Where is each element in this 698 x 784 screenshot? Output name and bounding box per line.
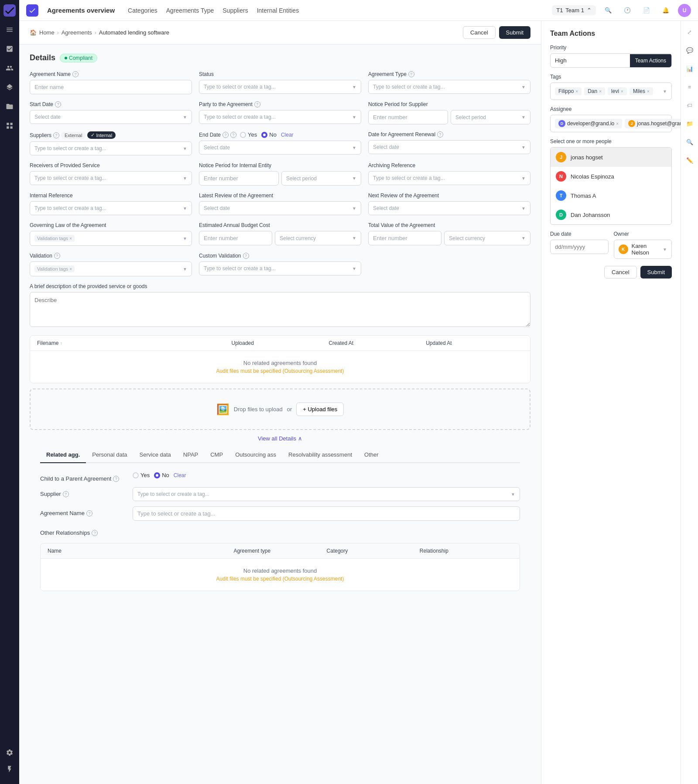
- child-yes[interactable]: Yes: [133, 472, 150, 478]
- tab-other[interactable]: Other: [358, 447, 385, 463]
- agreement-name-help[interactable]: ?: [72, 71, 79, 77]
- priority-selector[interactable]: High Team Actions: [550, 53, 672, 68]
- notice-internal-number[interactable]: [199, 171, 279, 186]
- docs-button[interactable]: 📄: [640, 3, 654, 17]
- breadcrumb-submit-button[interactable]: Submit: [499, 26, 530, 39]
- internal-ref-select[interactable]: Type to select or create a tag... ▼: [30, 201, 192, 215]
- total-value-number[interactable]: [368, 231, 441, 245]
- child-no[interactable]: No: [154, 472, 169, 478]
- due-date-input[interactable]: [550, 240, 609, 254]
- settings-icon[interactable]: [3, 746, 16, 759]
- suppliers-help[interactable]: ?: [53, 132, 59, 138]
- notice-supplier-period[interactable]: Select period ▼: [451, 110, 530, 124]
- person-thomas[interactable]: T Thomas A: [551, 186, 671, 205]
- app-logo[interactable]: [3, 4, 16, 17]
- tag-levi-remove[interactable]: ×: [621, 89, 623, 94]
- external-badge[interactable]: External: [61, 132, 86, 139]
- list-icon[interactable]: ≡: [683, 80, 696, 93]
- agreement-name-input[interactable]: [30, 80, 192, 94]
- edit-icon[interactable]: ✏️: [683, 154, 696, 167]
- start-date-help[interactable]: ?: [55, 101, 61, 107]
- tab-service-data[interactable]: Service data: [133, 447, 177, 463]
- end-date-help2[interactable]: ?: [230, 132, 236, 138]
- governing-law-select[interactable]: Validation tags × ▼: [30, 231, 192, 246]
- notice-internal-period[interactable]: Select period ▼: [281, 171, 361, 186]
- end-date-clear[interactable]: Clear: [281, 132, 294, 138]
- panel-submit-button[interactable]: Submit: [640, 266, 672, 279]
- folder-icon[interactable]: [3, 100, 16, 113]
- upload-button[interactable]: + Upload files: [296, 402, 344, 416]
- related-supplier-select[interactable]: Type to select or create a tag... ▼: [133, 487, 520, 501]
- custom-validation-help[interactable]: ?: [243, 253, 249, 259]
- latest-review-select[interactable]: Select date ▼: [199, 201, 361, 215]
- tag-filippo-remove[interactable]: ×: [575, 89, 578, 94]
- next-review-select[interactable]: Select date ▼: [368, 201, 530, 215]
- clock-button[interactable]: 🕐: [620, 3, 634, 17]
- date-renewal-help[interactable]: ?: [437, 131, 443, 138]
- folder-right-icon[interactable]: 📁: [683, 117, 696, 130]
- end-date-no[interactable]: No: [261, 131, 277, 138]
- custom-validation-select[interactable]: Type to select or create a tag... ▼: [199, 261, 361, 275]
- nav-suppliers[interactable]: Suppliers: [222, 5, 248, 16]
- related-name-input[interactable]: [133, 506, 520, 521]
- panel-cancel-button[interactable]: Cancel: [604, 266, 636, 279]
- view-all-details[interactable]: View all Details ∧: [30, 430, 530, 447]
- agreement-type-help[interactable]: ?: [408, 71, 414, 77]
- nav-internal-entities[interactable]: Internal Entities: [257, 5, 299, 16]
- child-parent-help[interactable]: ?: [113, 476, 119, 482]
- grid-icon[interactable]: [3, 120, 16, 132]
- tab-resolvability[interactable]: Resolvability assessment: [282, 447, 358, 463]
- status-select[interactable]: Type to select or create a tag... ▼: [199, 80, 361, 94]
- party-select[interactable]: Type to select or create a tag... ▼: [199, 110, 361, 124]
- validation-help[interactable]: ?: [54, 253, 60, 259]
- tab-npap[interactable]: NPAP: [177, 447, 204, 463]
- date-renewal-select[interactable]: Select date ▼: [368, 140, 530, 154]
- budget-cost-number[interactable]: [199, 231, 272, 245]
- search-right-icon[interactable]: 🔍: [683, 135, 696, 148]
- tab-personal-data[interactable]: Personal data: [86, 447, 133, 463]
- breadcrumb-home[interactable]: Home: [39, 29, 55, 36]
- assignee-selector[interactable]: D developer@grand.io × J jonas.hogset@gr…: [550, 115, 672, 132]
- tag-icon[interactable]: 🏷: [683, 99, 696, 112]
- tag-miles-remove[interactable]: ×: [647, 89, 650, 94]
- team-selector[interactable]: T1 Team 1 ⌃: [552, 5, 596, 15]
- breadcrumb-agreements[interactable]: Agreements: [62, 29, 92, 36]
- internal-badge[interactable]: ✓ Internal: [87, 131, 116, 139]
- users-icon[interactable]: [3, 62, 16, 74]
- description-textarea[interactable]: [30, 292, 530, 327]
- receivers-select[interactable]: Type to select or create a tag... ▼: [30, 171, 192, 185]
- party-help[interactable]: ?: [254, 101, 260, 107]
- tag-dan-remove[interactable]: ×: [599, 89, 602, 94]
- nav-categories[interactable]: Categories: [128, 5, 157, 16]
- end-date-select[interactable]: Select date ▼: [199, 141, 361, 155]
- tab-outsourcing[interactable]: Outsourcing ass: [229, 447, 282, 463]
- bar-chart-icon[interactable]: 📊: [683, 62, 696, 75]
- start-date-select[interactable]: Select date ▼: [30, 110, 192, 124]
- breadcrumb-cancel-button[interactable]: Cancel: [463, 26, 495, 39]
- child-clear[interactable]: Clear: [174, 472, 186, 478]
- search-button[interactable]: 🔍: [601, 3, 615, 17]
- chat-icon[interactable]: 💬: [683, 44, 696, 57]
- suppliers-select[interactable]: Type to select or create a tag... ▼: [30, 141, 192, 155]
- other-rel-help[interactable]: ?: [92, 530, 98, 536]
- notice-supplier-number[interactable]: [368, 110, 448, 124]
- budget-cost-currency[interactable]: Select currency ▼: [275, 231, 361, 245]
- owner-selector[interactable]: K Karen Nelson ▼: [614, 240, 672, 259]
- expand-icon[interactable]: ⤢: [683, 25, 696, 38]
- bell-button[interactable]: 🔔: [659, 3, 673, 17]
- menu-icon[interactable]: [3, 24, 16, 36]
- tab-related-agg[interactable]: Related agg.: [40, 447, 86, 463]
- assignee-remove-d[interactable]: ×: [616, 121, 619, 126]
- person-jonas[interactable]: J jonas hogset: [551, 148, 671, 167]
- check-square-icon[interactable]: [3, 43, 16, 55]
- validation-select[interactable]: Validation tags × ▼: [30, 261, 192, 276]
- person-dan[interactable]: D Dan Johansson: [551, 205, 671, 224]
- person-nicolas[interactable]: N Nicolas Espinoza: [551, 167, 671, 186]
- end-date-help[interactable]: ?: [222, 132, 229, 138]
- related-supplier-help[interactable]: ?: [63, 491, 69, 497]
- related-name-help[interactable]: ?: [86, 510, 92, 516]
- tab-cmp[interactable]: CMP: [204, 447, 229, 463]
- nav-agreements-type[interactable]: Agreements Type: [166, 5, 214, 16]
- tags-panel[interactable]: Filippo × Dan × levi × Miles ×: [550, 83, 672, 100]
- agreement-type-select[interactable]: Type to select or create a tag... ▼: [368, 80, 530, 94]
